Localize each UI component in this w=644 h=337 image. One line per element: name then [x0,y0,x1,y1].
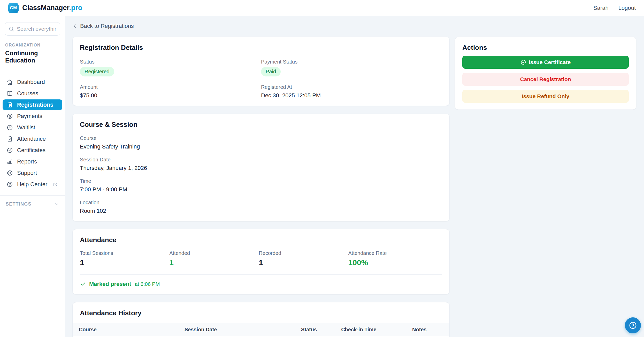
sidebar-item-dashboard[interactable]: Dashboard [3,77,62,88]
sidebar: ORGANIZATION Continuing Education Dashbo… [0,16,65,337]
stat-label: Attended [169,250,259,256]
course-value: Evening Safety Training [80,143,442,150]
help-circle-icon [7,181,13,187]
stat-value: 1 [259,258,348,267]
search-icon [9,26,14,32]
brand-name-suffix: .pro [69,4,82,12]
sidebar-item-payments[interactable]: Payments [3,111,62,122]
column-header-notes: Notes [412,327,443,333]
sidebar-nav: Dashboard Courses Registrations Payments [0,77,65,190]
field-label: Status [80,59,261,65]
table-header-row: Course Session Date Status Check-in Time… [73,323,449,336]
field-label: Amount [80,84,261,90]
attendance-card: Attendance Total Sessions 1 Attended 1 R… [72,229,450,294]
card-title: Registration Details [80,44,442,52]
sidebar-item-label: Attendance [17,136,46,142]
field-label: Location [80,200,442,206]
divider [80,274,442,275]
column-header-status: Status [301,327,341,333]
registered-at-value: Dec 30, 2025 12:05 PM [261,92,442,99]
sidebar-item-certificates[interactable]: Certificates [3,145,62,156]
main-content: Back to Registrations Registration Detai… [65,16,644,337]
back-to-registrations-link[interactable]: Back to Registrations [72,23,134,29]
clipboard-check-icon [7,136,13,142]
organization-label: ORGANIZATION [5,43,60,48]
cancel-registration-label: Cancel Registration [520,76,571,82]
issue-refund-button[interactable]: Issue Refund Only [462,90,629,103]
registration-details-card: Registration Details Status Registered P… [72,37,450,106]
clock-icon [7,124,13,131]
sidebar-item-label: Support [17,170,37,176]
session-date-field: Session Date Thursday, January 1, 2026 [80,157,442,171]
user-name-link[interactable]: Sarah [593,5,609,11]
issue-certificate-button[interactable]: Issue Certificate [462,56,629,69]
card-title: Attendance History [73,302,449,323]
sidebar-item-courses[interactable]: Courses [3,88,62,99]
marked-present-text: Marked present [89,281,131,287]
sidebar-item-label: Certificates [17,147,45,154]
brand-name: ClassManager.pro [22,4,82,12]
sidebar-item-label: Courses [17,90,38,97]
sidebar-item-label: Reports [17,158,37,165]
time-field: Time 7:00 PM - 9:00 PM [80,178,442,193]
actions-card: Actions Issue Certificate Cancel Registr… [455,37,636,110]
logout-link[interactable]: Logout [618,5,636,11]
amount-field: Amount $75.00 [80,84,261,99]
amount-value: $75.00 [80,92,261,99]
question-mark-icon [628,321,637,330]
lifebuoy-icon [7,170,13,176]
sidebar-item-reports[interactable]: Reports [3,156,62,167]
dollar-circle-icon [7,113,13,119]
stat-attended: Attended 1 [169,250,259,267]
home-icon [7,79,13,85]
bar-chart-icon [7,159,13,165]
stat-value: 1 [169,258,259,267]
settings-label: SETTINGS [6,201,32,207]
cancel-registration-button[interactable]: Cancel Registration [462,73,629,86]
stat-value: 1 [80,258,169,267]
sidebar-item-label: Payments [17,113,42,120]
payment-status-field: Payment Status Paid [261,59,442,76]
column-header-course: Course [79,327,185,333]
stat-total-sessions: Total Sessions 1 [80,250,169,267]
course-field: Course Evening Safety Training [80,135,442,150]
brand-logo-icon: CM [8,3,19,13]
location-field: Location Room 102 [80,200,442,214]
stat-value: 100% [348,258,442,267]
sidebar-item-support[interactable]: Support [3,168,62,178]
issue-refund-label: Issue Refund Only [522,93,569,99]
brand-logo[interactable]: CM ClassManager.pro [8,3,82,13]
chevron-left-icon [72,23,78,29]
issue-certificate-label: Issue Certificate [529,59,571,65]
field-label: Time [80,178,442,184]
check-circle-icon [520,59,526,65]
sidebar-item-attendance[interactable]: Attendance [3,134,62,144]
status-field: Status Registered [80,59,261,76]
stat-label: Recorded [259,250,348,256]
session-date-value: Thursday, January 1, 2026 [80,165,442,171]
help-fab-button[interactable] [625,317,641,333]
book-icon [7,90,13,97]
check-icon [80,281,86,287]
sidebar-item-help-center[interactable]: Help Center [3,179,62,190]
card-title: Attendance [80,236,442,244]
settings-toggle[interactable]: SETTINGS [0,201,65,207]
sidebar-item-label: Waitlist [17,124,35,131]
status-badge: Registered [80,67,114,76]
sidebar-item-registrations[interactable]: Registrations [3,99,62,110]
stat-recorded: Recorded 1 [259,250,348,267]
field-label: Payment Status [261,59,442,65]
registered-at-field: Registered At Dec 30, 2025 12:05 PM [261,84,442,99]
brand-name-main: ClassManager [22,4,69,12]
column-header-session-date: Session Date [185,327,301,333]
marked-present-row: Marked present at 6:06 PM [80,281,442,287]
sidebar-item-label: Help Center [17,181,47,188]
back-link-label: Back to Registrations [80,23,134,29]
sidebar-divider [0,195,65,196]
search-input[interactable] [17,26,56,32]
sidebar-item-waitlist[interactable]: Waitlist [3,122,62,133]
clipboard-icon [7,102,13,108]
field-label: Registered At [261,84,442,90]
attendance-history-card: Attendance History Course Session Date S… [72,302,450,337]
stat-attendance-rate: Attendance Rate 100% [348,250,442,267]
